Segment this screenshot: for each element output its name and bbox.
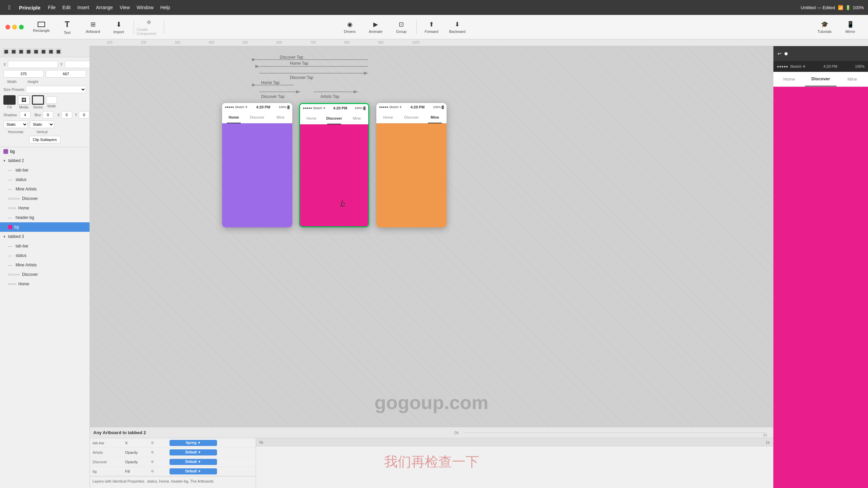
static-h-select[interactable]: Static xyxy=(3,121,28,128)
mirror-tab-home[interactable]: Home xyxy=(773,72,805,86)
anim-easing-icon[interactable]: ⚙ xyxy=(151,441,154,445)
forward-label: Forward xyxy=(425,29,438,34)
phone-1[interactable]: ●●●●● Sketch ✈ 4:20 PM 100% ▓ Home Disco… xyxy=(222,103,292,227)
p3-tab-discover[interactable]: Discover xyxy=(400,111,423,123)
distribute-v-icon[interactable]: ⬛ xyxy=(55,48,62,55)
x-shadow-input[interactable] xyxy=(61,111,72,119)
phone-3[interactable]: ●●●●● Sketch ✈ 4:20 PM 100% ▓ Home Disco… xyxy=(376,103,447,227)
menu-insert[interactable]: Insert xyxy=(74,0,93,15)
p3-tab-mine[interactable]: Mine xyxy=(423,111,447,123)
menu-arrange[interactable]: Arrange xyxy=(93,0,116,15)
width-num-input[interactable] xyxy=(46,96,57,104)
layer-discover[interactable]: Discover Discover xyxy=(0,194,90,203)
horizontal-label: Horizontal xyxy=(3,130,28,134)
mirror-record-icon[interactable]: ⏺ xyxy=(784,51,788,56)
shadow-input[interactable] xyxy=(20,111,31,119)
p1-tab-discover[interactable]: Discover xyxy=(245,111,269,123)
import-tool[interactable]: ⬇ Import xyxy=(106,17,131,37)
layer-bg-selected[interactable]: bg xyxy=(0,222,90,232)
mirror-back-icon[interactable]: ↩ xyxy=(777,51,782,56)
layer-mine-artists[interactable]: — Mine Artists xyxy=(0,184,90,194)
height-input[interactable] xyxy=(46,70,86,78)
menu-window[interactable]: Window xyxy=(133,0,157,15)
menu-help[interactable]: Help xyxy=(157,0,174,15)
layer-status3[interactable]: — status xyxy=(0,251,90,260)
align-center-v-icon[interactable]: ⬛ xyxy=(33,48,39,55)
phone-1-statusbar: ●●●●● Sketch ✈ 4:20 PM 100% ▓ xyxy=(222,103,292,111)
fill-swatch[interactable] xyxy=(3,95,16,105)
menu-file[interactable]: File xyxy=(44,0,59,15)
mirror-tab-discover[interactable]: Discover xyxy=(805,72,836,86)
drivers-tool[interactable]: ◉ Drivers xyxy=(338,17,362,37)
media-swatch[interactable]: 🖼 xyxy=(18,95,30,105)
layer-home3[interactable]: Home Home xyxy=(0,279,90,289)
anim-easing-icon[interactable]: ⚙ xyxy=(151,460,154,464)
property-panel: X Y Width Height Size Presets xyxy=(0,57,90,147)
layer-tab-bar[interactable]: — tab-bar xyxy=(0,165,90,175)
minimize-button[interactable] xyxy=(12,25,17,29)
stroke-swatch[interactable] xyxy=(32,95,44,105)
layer-status[interactable]: — status xyxy=(0,175,90,184)
p2-tab-home[interactable]: Home xyxy=(300,112,323,124)
align-left-icon[interactable]: ⬛ xyxy=(3,48,9,55)
create-component-tool[interactable]: ❖ Create Component xyxy=(137,17,161,37)
layer-mine-artists3[interactable]: — Mine Artists xyxy=(0,260,90,270)
tutorials-tool[interactable]: 🎓 Tutorials xyxy=(812,17,837,37)
canvas[interactable]: gogoup.com 我们再检查一下 Home Tap Discover Tap… xyxy=(90,46,773,488)
y-shadow-input[interactable] xyxy=(79,111,90,119)
anim-bar-artists[interactable]: Default ▼ xyxy=(170,449,217,455)
anim-bar-tabbar[interactable]: Spring ▼ xyxy=(170,440,217,446)
forward-tool[interactable]: ⬆ Forward xyxy=(419,17,444,37)
menu-view[interactable]: View xyxy=(116,0,133,15)
phone-1-content xyxy=(222,123,292,227)
blur-input[interactable] xyxy=(42,111,53,119)
animation-time-start: 0s xyxy=(454,430,459,435)
apple-menu[interactable]:  xyxy=(4,0,15,15)
p2-tab-mine[interactable]: Mine xyxy=(346,112,368,124)
bg-color-swatch[interactable] xyxy=(3,149,8,154)
p2-tab-discover[interactable]: Discover xyxy=(323,112,346,124)
rectangle-tool[interactable]: Rectangle xyxy=(29,17,54,37)
y-input[interactable] xyxy=(65,61,90,68)
layer-tab-bar3[interactable]: — tab-bar xyxy=(0,241,90,251)
layer-tabbed2[interactable]: ▼ tabbed 2 xyxy=(0,156,90,165)
static-v-select[interactable]: Static xyxy=(30,121,54,128)
watermark-chinese: 我们再检查一下 xyxy=(384,452,479,471)
anim-bar-discover[interactable]: Default ▼ xyxy=(170,459,217,465)
align-center-h-icon[interactable]: ⬛ xyxy=(10,48,17,55)
layer-header-bg[interactable]: — header-bg xyxy=(0,213,90,222)
phone-2[interactable]: ●●●●● Sketch ✈ 4:20 PM 100% ▓ Home Disco… xyxy=(299,103,369,227)
align-top-icon[interactable]: ⬛ xyxy=(25,48,32,55)
app-name[interactable]: Principle xyxy=(15,5,44,11)
layer-discover3[interactable]: Discover Discover xyxy=(0,270,90,279)
group-tool[interactable]: ⊡ Group xyxy=(389,17,414,37)
clip-sublayers-button[interactable]: Clip Sublayers xyxy=(29,136,61,143)
layer-icon: — xyxy=(8,216,14,220)
text-tool[interactable]: T Text xyxy=(55,17,79,37)
close-button[interactable] xyxy=(5,25,10,29)
anim-bar-bg[interactable]: Default ▼ xyxy=(170,468,217,474)
backward-tool[interactable]: ⬇ Backward xyxy=(445,17,470,37)
distribute-h-icon[interactable]: ⬛ xyxy=(47,48,54,55)
maximize-button[interactable] xyxy=(19,25,24,29)
mirror-tab-mine[interactable]: Mine xyxy=(836,72,868,86)
layer-tabbed3[interactable]: ▼ tabbed 3 xyxy=(0,232,90,241)
p1-tab-home[interactable]: Home xyxy=(222,111,245,123)
x-input[interactable] xyxy=(8,61,58,68)
artboard-tool[interactable]: ⊞ Artboard xyxy=(81,17,105,37)
y-shadow-label: Y xyxy=(75,113,77,117)
animate-tool[interactable]: ▶ Animate xyxy=(363,17,388,37)
width-input[interactable] xyxy=(3,70,44,78)
p1-tab-mine[interactable]: Mine xyxy=(269,111,292,123)
mirror-tool[interactable]: 📱 Mirror xyxy=(838,17,863,37)
align-right-icon[interactable]: ⬛ xyxy=(18,48,24,55)
size-presets-select[interactable] xyxy=(26,86,86,93)
anim-easing-icon[interactable]: ⚙ xyxy=(151,469,154,473)
p3-tab-home[interactable]: Home xyxy=(376,111,400,123)
align-bottom-icon[interactable]: ⬛ xyxy=(40,48,47,55)
anim-easing-icon[interactable]: ⚙ xyxy=(151,450,154,454)
artboard-icon: ⊞ xyxy=(91,21,96,28)
layer-home[interactable]: Home Home xyxy=(0,203,90,213)
layer-home-label: Home xyxy=(18,206,29,210)
menu-edit[interactable]: Edit xyxy=(59,0,74,15)
